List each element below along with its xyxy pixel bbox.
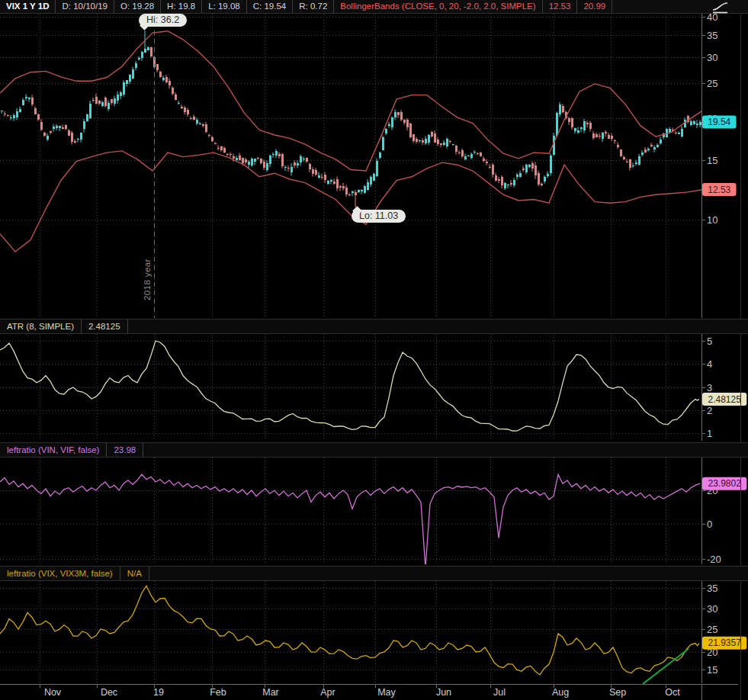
bollinger-study-label[interactable]: BollingerBands (CLOSE, 0, 20, -2.0, 2.0,… bbox=[334, 0, 542, 13]
month-label: Feb bbox=[210, 687, 226, 698]
svg-text:10: 10 bbox=[707, 214, 718, 226]
svg-text:30: 30 bbox=[707, 52, 718, 63]
svg-text:25: 25 bbox=[707, 78, 718, 89]
ohlc-range: R: 0.72 bbox=[293, 0, 334, 13]
atr-study-value: 2.48125 bbox=[82, 319, 128, 333]
svg-text:35: 35 bbox=[707, 583, 718, 594]
charts-canvas[interactable]: 2018 year4035302520151019.5412.53543212.… bbox=[0, 0, 748, 700]
svg-text:15: 15 bbox=[707, 155, 718, 166]
high-annotation-text: Hi: 36.2 bbox=[146, 14, 179, 25]
symbol-timeframe[interactable]: VIX 1 Y 1D bbox=[0, 0, 56, 13]
time-axis[interactable]: NovDec19FebMarAprMayJunJulAugSepOct bbox=[0, 684, 738, 700]
svg-text:4: 4 bbox=[707, 358, 712, 370]
bollinger-lower-band bbox=[0, 151, 701, 252]
svg-text:21.9357: 21.9357 bbox=[708, 637, 741, 648]
ohlc-open: O: 19.28 bbox=[114, 0, 161, 13]
svg-text:12.53: 12.53 bbox=[708, 185, 730, 195]
month-label: Nov bbox=[44, 687, 62, 698]
vin-vif-study-value: 23.98 bbox=[107, 443, 143, 457]
atr-panel[interactable] bbox=[0, 341, 699, 431]
low-annotation-text: Lo: 11.03 bbox=[359, 210, 398, 221]
vin-vif-study-label[interactable]: leftratio (VIN, VIF, false) bbox=[0, 443, 107, 457]
month-label: Jun bbox=[436, 687, 451, 698]
atr-panel-line bbox=[0, 341, 699, 431]
month-label: May bbox=[377, 687, 396, 698]
chart-header-bar: VIX 1 Y 1D D: 10/10/19 O: 19.28 H: 19.8 … bbox=[0, 0, 748, 14]
atr-study-label[interactable]: ATR (8, SIMPLE) bbox=[0, 319, 82, 333]
vin-vif-panel-header: leftratio (VIN, VIF, false) 23.98 bbox=[0, 442, 748, 458]
year-divider-label: 2018 year bbox=[143, 258, 152, 300]
low-annotation: Lo: 11.03 bbox=[352, 210, 406, 223]
vin-vif-ratio-panel[interactable] bbox=[0, 474, 700, 567]
vix-vix3m-panel-header: leftratio (VIX, VIX3M, false) N/A bbox=[0, 566, 748, 581]
svg-text:5: 5 bbox=[707, 336, 712, 347]
vin-vif-ratio-panel-line bbox=[0, 474, 700, 567]
ohlc-close: C: 19.54 bbox=[247, 0, 293, 13]
svg-text:2: 2 bbox=[707, 405, 712, 416]
chart-studies-icon[interactable] bbox=[709, 1, 735, 14]
month-label: Mar bbox=[262, 687, 279, 698]
bollinger-upper-value: 20.99 bbox=[577, 0, 612, 13]
month-label: Apr bbox=[320, 687, 335, 698]
vix-vix3m-ratio-panel[interactable] bbox=[0, 586, 699, 675]
svg-text:-20: -20 bbox=[707, 554, 721, 565]
month-label: 19 bbox=[153, 687, 164, 698]
vix-vix3m-study-label[interactable]: leftratio (VIX, VIX3M, false) bbox=[0, 567, 120, 580]
thinkorswim-chart-window: { "header": { "symbol": "VIX 1 Y 1D", "f… bbox=[0, 0, 748, 700]
svg-text:25: 25 bbox=[707, 624, 718, 635]
svg-text:23.9802: 23.9802 bbox=[708, 478, 741, 489]
vix-vix3m-study-value: N/A bbox=[120, 567, 149, 580]
svg-text:1: 1 bbox=[707, 428, 712, 439]
vix-vix3m-ratio-panel-line bbox=[0, 586, 699, 675]
ohlc-low: L: 19.08 bbox=[202, 0, 247, 13]
svg-text:19.54: 19.54 bbox=[708, 117, 730, 127]
month-label: Sep bbox=[609, 687, 626, 698]
month-label: Dec bbox=[101, 687, 117, 698]
month-label: Jul bbox=[493, 687, 506, 698]
high-annotation: Hi: 36.2 bbox=[139, 14, 187, 27]
ohlc-date: D: 10/10/19 bbox=[56, 0, 114, 13]
svg-text:3: 3 bbox=[707, 382, 712, 393]
month-label: Oct bbox=[665, 687, 680, 698]
svg-text:35: 35 bbox=[707, 30, 718, 41]
svg-text:0: 0 bbox=[707, 519, 712, 530]
svg-text:30: 30 bbox=[707, 603, 718, 615]
atr-panel-header: ATR (8, SIMPLE) 2.48125 bbox=[0, 319, 748, 334]
ohlc-high: H: 19.8 bbox=[161, 0, 202, 13]
svg-text:15: 15 bbox=[707, 664, 718, 676]
bollinger-lower-value: 12.53 bbox=[543, 0, 578, 13]
svg-text:2.48125: 2.48125 bbox=[708, 394, 741, 405]
month-label: Aug bbox=[552, 687, 569, 698]
drawn-trendline[interactable] bbox=[643, 649, 689, 684]
vix-price-panel[interactable]: 2018 year bbox=[0, 14, 701, 318]
